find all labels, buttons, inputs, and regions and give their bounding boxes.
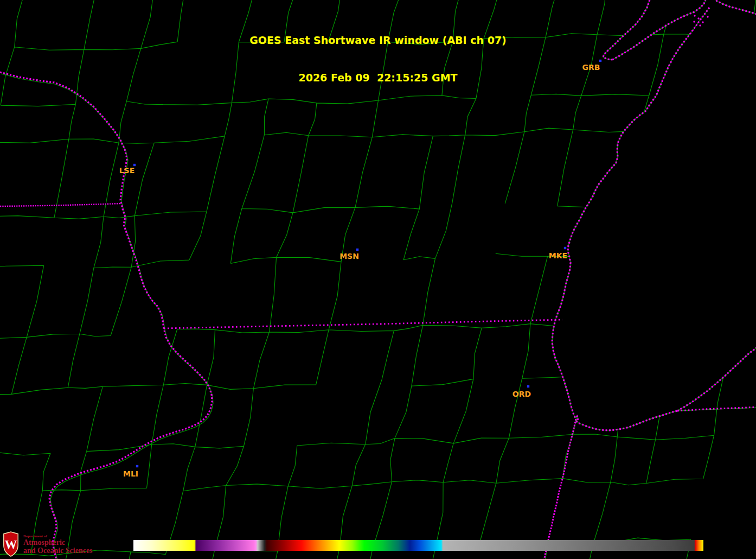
logo-department: Department of bbox=[23, 534, 93, 538]
uw-monogram: W bbox=[5, 538, 17, 551]
logo-name-line1: Atmospheric bbox=[23, 538, 93, 547]
product-title-line1: GOES East Shortwave IR window (ABI ch 07… bbox=[0, 34, 756, 47]
station-dot-ORD bbox=[527, 385, 529, 388]
uw-aos-logo: W Department of Atmospheric and Oceanic … bbox=[2, 531, 93, 557]
mississippi-river-border bbox=[0, 72, 212, 559]
product-title: GOES East Shortwave IR window (ABI ch 07… bbox=[0, 9, 756, 109]
logo-name-line2: and Oceanic Sciences bbox=[23, 547, 93, 555]
station-label-MKE: MKE bbox=[549, 251, 567, 260]
illinois-indiana-border bbox=[544, 419, 576, 559]
station-label-LSE: LSE bbox=[119, 166, 135, 175]
station-label-MLI: MLI bbox=[123, 469, 138, 478]
logo-words: Department of Atmospheric and Oceanic Sc… bbox=[23, 534, 93, 555]
station-dot-MKE bbox=[564, 247, 566, 249]
station-label-ORD: ORD bbox=[512, 390, 531, 398]
minnesota-iowa-border bbox=[0, 204, 121, 206]
station-dot-MLI bbox=[136, 465, 138, 467]
color-scale-bar bbox=[133, 540, 703, 551]
satellite-image-viewer: GRBLSEMSNMKEORDMLI GOES East Shortwave I… bbox=[0, 0, 756, 559]
product-title-line2: 2026 Feb 09 22:15:25 GMT bbox=[0, 72, 756, 84]
station-dot-MSN bbox=[356, 249, 358, 251]
station-label-MSN: MSN bbox=[339, 252, 359, 261]
station-markers: GRBLSEMSNMKEORDMLI bbox=[119, 60, 601, 478]
uw-crest-icon: W bbox=[2, 531, 20, 557]
